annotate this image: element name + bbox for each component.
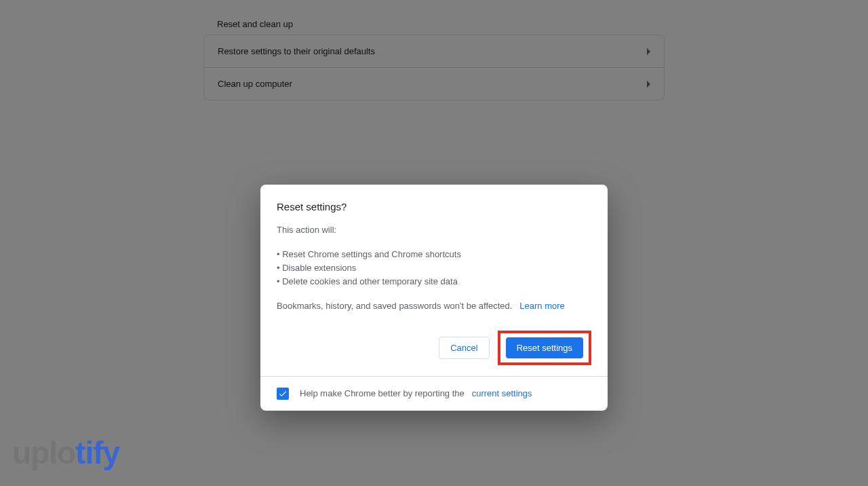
dialog-note: Bookmarks, history, and saved passwords … [277,299,591,313]
dialog-actions: Cancel Reset settings [260,324,608,376]
dialog-title: Reset settings? [277,201,591,212]
highlight-annotation: Reset settings [498,331,591,365]
bullet-item: • Reset Chrome settings and Chrome short… [277,248,591,261]
learn-more-link[interactable]: Learn more [519,301,564,311]
bullet-item: • Delete cookies and other temporary sit… [277,275,591,288]
watermark-part2: tify [75,435,119,470]
dialog-bullet-list: • Reset Chrome settings and Chrome short… [277,248,591,288]
modal-overlay: Reset settings? This action will: • Rese… [0,0,868,486]
watermark-logo: uplotify [12,434,119,471]
dialog-footer: Help make Chrome better by reporting the… [260,376,608,411]
footer-text: Help make Chrome better by reporting the… [300,388,532,398]
dialog-intro: This action will: [277,223,591,237]
dialog-body: Reset settings? This action will: • Rese… [260,185,608,324]
watermark-part1: uplo [12,435,75,470]
check-icon [278,389,288,398]
reporting-checkbox[interactable] [277,388,289,400]
reset-settings-button[interactable]: Reset settings [506,337,583,358]
reset-settings-dialog: Reset settings? This action will: • Rese… [260,185,608,411]
bullet-item: • Disable extensions [277,261,591,275]
current-settings-link[interactable]: current settings [472,388,532,398]
note-text: Bookmarks, history, and saved passwords … [277,301,512,311]
cancel-button[interactable]: Cancel [439,337,489,359]
footer-label: Help make Chrome better by reporting the [300,388,465,398]
